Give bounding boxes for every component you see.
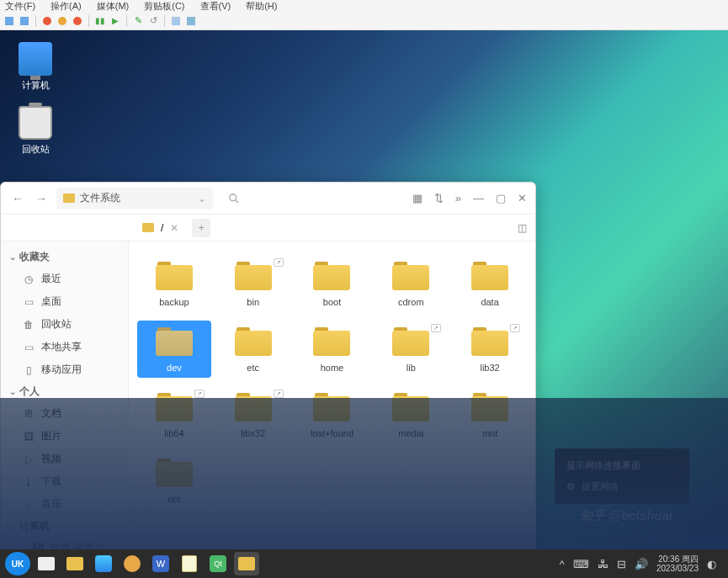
folder-backup[interactable]: backup — [137, 255, 211, 312]
net-show-connections[interactable]: 显示网络连接界面 — [555, 455, 689, 476]
gear-icon: ⚙ — [566, 481, 575, 492]
tray-volume-icon[interactable]: 🔊 — [635, 558, 648, 570]
sb-pictures[interactable]: 🖼图片 — [1, 425, 128, 448]
desktop-trash[interactable]: 回收站 — [8, 106, 62, 156]
pause-icon[interactable]: ▮▮ — [94, 15, 106, 27]
tb-icon-2[interactable] — [19, 15, 30, 27]
folder-icon — [156, 459, 193, 487]
panel-toggle-icon[interactable]: ◫ — [518, 222, 527, 234]
sb-section-personal[interactable]: ⌄个人 — [1, 381, 128, 402]
task-wps[interactable]: W — [148, 552, 173, 575]
search-button[interactable] — [220, 193, 406, 204]
tab-close-button[interactable]: ✕ — [170, 222, 178, 234]
folder-lib64[interactable]: ↗lib64 — [137, 386, 211, 443]
sb-downloads[interactable]: ⭳下载 — [1, 470, 128, 493]
net-settings[interactable]: ⚙设置网络 — [555, 476, 689, 497]
grid-view-icon[interactable]: ▦ — [412, 192, 422, 204]
folder-icon — [392, 327, 429, 356]
svg-point-0 — [230, 194, 236, 200]
tray-night-icon[interactable]: ◐ — [707, 558, 716, 570]
folder-icon — [235, 393, 272, 422]
folder-opt[interactable]: opt — [137, 452, 211, 509]
folder-bin[interactable]: ↗bin — [216, 255, 290, 312]
music-icon: ♪ — [23, 499, 35, 511]
fullscreen-icon[interactable] — [185, 15, 197, 27]
folder-dev[interactable]: dev — [137, 321, 211, 378]
menu-help[interactable]: 帮助(H) — [246, 0, 277, 13]
folder-label: data — [481, 297, 498, 307]
menu-file[interactable]: 文件(F) — [5, 0, 35, 13]
close-button[interactable]: ✕ — [518, 192, 527, 204]
folder-lib[interactable]: ↗lib — [374, 321, 448, 378]
revert-icon[interactable]: ↺ — [147, 15, 159, 27]
folder-cdrom[interactable]: cdrom — [374, 255, 448, 312]
folder-etc[interactable]: etc — [216, 321, 290, 378]
maximize-button[interactable]: ▢ — [496, 192, 506, 204]
sb-desktop[interactable]: ▭桌面 — [1, 290, 128, 313]
sb-mobile[interactable]: ▯移动应用 — [1, 358, 128, 381]
svg-line-1 — [236, 199, 239, 203]
minimize-button[interactable]: — — [473, 192, 484, 204]
folder-label: lib32 — [480, 363, 499, 373]
desktop-computer[interactable]: 计算机 — [8, 42, 62, 92]
folder-lost+found[interactable]: lost+found — [295, 386, 369, 443]
task-browser[interactable] — [120, 552, 145, 575]
sb-section-computer[interactable]: ⌄计算机 — [1, 516, 128, 537]
folder-data[interactable]: data — [453, 255, 527, 312]
sb-item-label: 移动应用 — [41, 363, 82, 377]
menu-clipboard[interactable]: 剪贴板(C) — [144, 0, 184, 13]
path-selector[interactable]: 文件系统 ⌄ — [56, 188, 213, 209]
task-active-folder[interactable] — [234, 552, 259, 575]
task-folder[interactable] — [62, 552, 88, 575]
snapshot-icon[interactable]: ✎ — [132, 15, 144, 27]
start-button[interactable]: UK — [5, 552, 30, 575]
task-editor[interactable] — [177, 552, 202, 575]
play-icon[interactable]: ▶ — [109, 15, 121, 27]
folder-media[interactable]: media — [374, 386, 448, 443]
power-restart-icon[interactable] — [56, 15, 68, 27]
sort-icon[interactable]: ⇅ — [434, 192, 444, 204]
tray-keyboard-icon[interactable]: ⌨ — [573, 558, 589, 570]
folder-libx32[interactable]: ↗libx32 — [216, 386, 290, 443]
task-app1[interactable] — [91, 552, 116, 575]
menu-media[interactable]: 媒体(M) — [97, 0, 130, 13]
desktop[interactable]: 计算机 回收站 ← → 文件系统 ⌄ ▦ ⇅ » — ▢ ✕ — [0, 30, 728, 549]
folder-icon — [156, 393, 193, 422]
forward-button[interactable]: → — [33, 190, 50, 207]
task-qt[interactable]: Qt — [205, 552, 231, 575]
vm-toolbar: ▮▮ ▶ ✎ ↺ — [0, 12, 728, 30]
more-icon[interactable]: » — [455, 192, 461, 204]
sb-documents[interactable]: 🖹文档 — [1, 402, 128, 425]
tray-caret-icon[interactable]: ^ — [560, 558, 565, 570]
folder-grid[interactable]: backup↗binbootcdromdatadevetchome↗lib↗li… — [129, 241, 535, 576]
tray-disk-icon[interactable]: ⊟ — [617, 558, 626, 570]
sb-section-favorites[interactable]: ⌄收藏夹 — [1, 247, 128, 268]
back-button[interactable]: ← — [9, 190, 26, 207]
sb-localshare[interactable]: ▭本地共享 — [1, 336, 128, 358]
folder-lib32[interactable]: ↗lib32 — [453, 321, 527, 378]
sb-item-label: 音乐 — [41, 497, 61, 512]
folder-icon: ▭ — [23, 342, 35, 353]
menu-action[interactable]: 操作(A) — [50, 0, 82, 13]
folder-label: opt — [167, 494, 180, 504]
tb-icon-1[interactable] — [3, 15, 15, 27]
power-shutdown-icon[interactable] — [72, 15, 83, 27]
task-fm[interactable] — [34, 552, 59, 575]
folder-home[interactable]: home — [295, 321, 369, 378]
sb-music[interactable]: ♪音乐 — [1, 493, 128, 516]
folder-boot[interactable]: boot — [295, 255, 369, 312]
sb-trash[interactable]: 🗑回收站 — [1, 313, 128, 336]
tray-clock[interactable]: 20:36 周四 2023/03/23 — [656, 554, 699, 573]
menu-view[interactable]: 查看(V) — [200, 0, 231, 13]
sb-videos[interactable]: ▷视频 — [1, 448, 128, 470]
sb-recent[interactable]: ◷最近 — [1, 268, 128, 290]
tray-network-icon[interactable]: 🖧 — [598, 558, 608, 570]
tab-add-button[interactable]: + — [192, 219, 210, 237]
tb-sep — [164, 15, 165, 27]
power-off-icon[interactable] — [41, 15, 53, 27]
display-icon[interactable] — [170, 15, 182, 27]
tab-root[interactable]: / ✕ — [136, 215, 185, 241]
sb-section-label: 个人 — [19, 384, 40, 399]
folder-mnt[interactable]: mnt — [453, 386, 527, 443]
folder-icon — [63, 194, 75, 203]
